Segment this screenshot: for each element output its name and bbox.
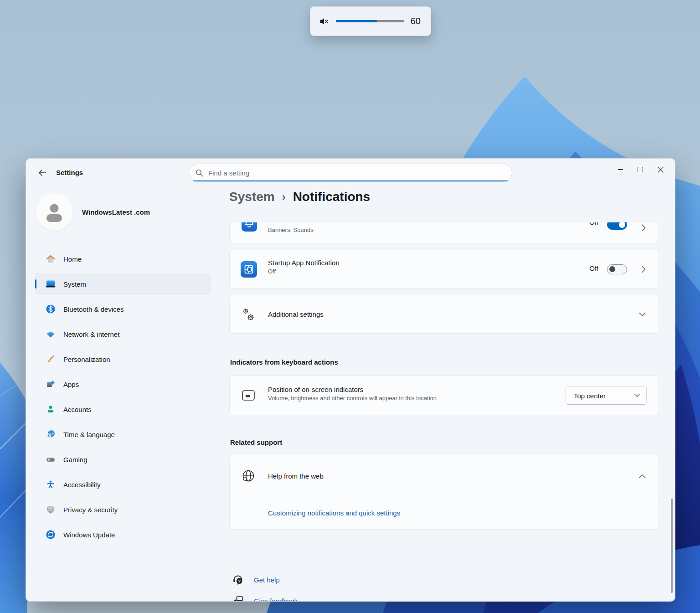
notifications-bell-icon — [242, 222, 257, 232]
desktop: 60 Settings — [0, 0, 700, 613]
sidebar: WindowsLatest .com Home System — [26, 184, 219, 601]
sidebar-item-network-internet[interactable]: Network & internet — [35, 323, 211, 345]
help-from-web-expander[interactable]: Help from the web — [230, 455, 659, 497]
get-help-link[interactable]: ? Get help — [232, 574, 280, 586]
additional-settings-card[interactable]: Additional settings — [229, 295, 659, 334]
get-help-label: Get help — [254, 576, 280, 584]
customizing-notifications-link[interactable]: Customizing notifications and quick sett… — [268, 509, 400, 517]
windows-update-icon — [45, 529, 56, 540]
sidebar-item-accessibility[interactable]: Accessibility — [35, 474, 211, 495]
startup-card-text: Startup App Notification Off — [268, 259, 340, 275]
give-feedback-label: Give feedback — [254, 597, 298, 602]
bluetooth-icon — [45, 304, 56, 314]
page-title: Notifications — [293, 190, 371, 204]
chevron-up-icon — [639, 474, 646, 478]
startup-card-title: Startup App Notification — [268, 259, 340, 267]
startup-app-notification-card[interactable]: Startup App Notification Off Off — [229, 250, 659, 288]
window-controls — [610, 161, 670, 178]
sidebar-item-bluetooth-devices[interactable]: Bluetooth & devices — [35, 298, 211, 320]
sidebar-item-personalization[interactable]: Personalization — [35, 348, 211, 370]
breadcrumb-separator: › — [282, 191, 286, 203]
search-box — [189, 164, 512, 182]
maximize-icon — [638, 167, 643, 172]
toggle-knob — [619, 222, 625, 228]
system-icon — [45, 278, 56, 289]
apps-icon — [45, 379, 56, 390]
notifications-card[interactable]: Banners, Sounds On — [229, 222, 659, 243]
give-feedback-icon — [232, 595, 245, 602]
sidebar-item-label: Accounts — [63, 406, 92, 413]
user-profile[interactable]: WindowsLatest .com — [36, 193, 150, 231]
startup-card-subtitle: Off — [268, 268, 340, 275]
help-card-title: Help from the web — [268, 472, 324, 480]
sidebar-item-privacy-security[interactable]: Privacy & security — [35, 499, 211, 520]
position-card-subtitle: Volume, brightness and other controls wi… — [268, 395, 437, 402]
sidebar-item-label: Bluetooth & devices — [63, 305, 124, 313]
sidebar-item-time-language[interactable]: Time & language — [35, 423, 211, 445]
gears-icon — [241, 307, 257, 323]
search-icon — [196, 169, 203, 177]
svg-text:?: ? — [238, 578, 241, 583]
chevron-down-icon — [634, 394, 640, 397]
startup-toggle[interactable] — [607, 264, 627, 274]
sidebar-item-label: Network & internet — [63, 330, 119, 338]
user-name: WindowsLatest .com — [82, 208, 150, 216]
back-button[interactable] — [35, 166, 50, 180]
position-dropdown[interactable]: Top center — [566, 386, 647, 405]
close-icon — [658, 167, 664, 173]
startup-toggle-label: Off — [589, 264, 598, 272]
notifications-toggle[interactable] — [607, 222, 627, 230]
breadcrumb-parent[interactable]: System — [229, 190, 275, 204]
volume-osd: 60 — [310, 6, 431, 36]
muted-speaker-icon — [319, 16, 329, 26]
home-icon — [45, 253, 56, 264]
accounts-icon — [45, 404, 56, 415]
person-icon — [42, 200, 66, 224]
chevron-right-icon — [642, 266, 646, 273]
globe-search-icon — [241, 468, 256, 484]
close-button[interactable] — [650, 161, 670, 178]
search-input[interactable] — [207, 169, 505, 177]
selected-accent-bar — [35, 279, 36, 288]
help-link-row: Customizing notifications and quick sett… — [230, 497, 659, 530]
position-card-title: Position of on-screen indicators — [268, 386, 437, 393]
sidebar-item-apps[interactable]: Apps — [35, 373, 211, 395]
give-feedback-link[interactable]: Give feedback — [232, 595, 298, 602]
sidebar-item-label: Gaming — [63, 456, 88, 464]
settings-window: Settings — [26, 158, 675, 602]
chevron-down-icon — [639, 312, 646, 316]
scrollbar-thumb[interactable] — [671, 499, 673, 593]
sidebar-item-label: Windows Update — [63, 531, 115, 539]
sidebar-item-label: Time & language — [63, 431, 115, 438]
volume-slider[interactable] — [336, 20, 404, 22]
position-dropdown-value: Top center — [574, 392, 606, 400]
chevron-right-icon — [642, 224, 646, 231]
sidebar-item-label: Personalization — [63, 355, 110, 363]
sidebar-item-windows-update[interactable]: Windows Update — [35, 524, 211, 546]
notifications-card-subtitle: Banners, Sounds — [268, 227, 314, 233]
sidebar-item-label: Home — [63, 255, 82, 263]
minimize-button[interactable] — [610, 161, 630, 178]
minimize-icon — [618, 169, 623, 170]
gaming-icon — [45, 454, 56, 465]
notifications-toggle-label: On — [589, 222, 598, 226]
section-indicators-header: Indicators from keyboard actions — [230, 358, 338, 366]
sidebar-item-label: Privacy & security — [63, 506, 118, 514]
accessibility-icon — [45, 479, 56, 490]
maximize-button[interactable] — [630, 161, 650, 178]
sidebar-item-accounts[interactable]: Accounts — [35, 398, 211, 420]
window-title: Settings — [56, 169, 83, 176]
startup-app-icon — [241, 261, 257, 278]
get-help-icon: ? — [232, 574, 244, 586]
position-indicators-card: Position of on-screen indicators Volume,… — [229, 376, 659, 415]
sidebar-item-home[interactable]: Home — [35, 248, 211, 270]
sidebar-item-gaming[interactable]: Gaming — [35, 448, 211, 470]
back-arrow-icon — [38, 169, 46, 176]
sidebar-item-system[interactable]: System — [35, 273, 211, 295]
search-focus-underline — [193, 180, 508, 181]
breadcrumb: System › Notifications — [229, 190, 370, 204]
network-icon — [45, 329, 56, 340]
avatar — [36, 193, 73, 231]
help-from-web-card: Help from the web Customizing notificati… — [229, 455, 659, 530]
sidebar-nav: Home System Bluetooth & devices — [35, 248, 211, 549]
